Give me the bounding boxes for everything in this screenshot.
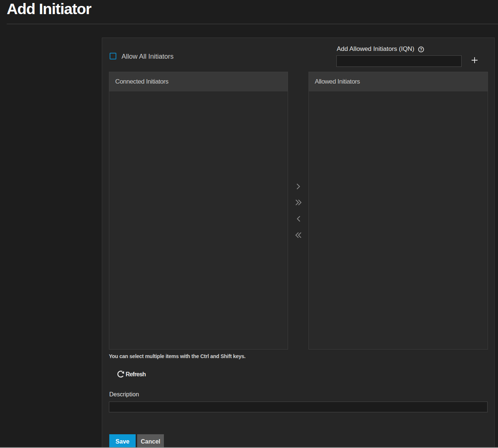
svg-text:?: ? xyxy=(420,47,422,52)
